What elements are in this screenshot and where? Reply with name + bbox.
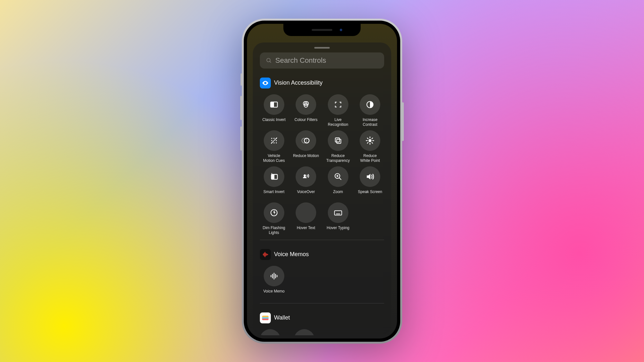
- reduce-transparency-icon: [334, 136, 342, 145]
- iphone-device-frame: Search Controls Vision Accessibility: [242, 19, 402, 344]
- dim-flashing-icon: [270, 209, 278, 217]
- svg-line-35: [339, 178, 341, 180]
- label-vehicle-motion-cues: Vehicle Motion Cues: [263, 153, 285, 163]
- control-wallet-peek-2[interactable]: [294, 329, 315, 335]
- control-reduce-white-point[interactable]: Reduce White Point: [356, 130, 384, 163]
- label-reduce-transparency: Reduce Transparency: [326, 153, 350, 163]
- section-divider: [260, 240, 384, 240]
- section-title-wallet: Wallet: [274, 314, 290, 321]
- svg-point-12: [271, 140, 272, 141]
- section-wallet: Wallet: [260, 312, 384, 335]
- label-reduce-white-point: Reduce White Point: [360, 153, 380, 163]
- control-vehicle-motion-cues[interactable]: Vehicle Motion Cues: [260, 130, 288, 163]
- label-hover-typing: Hover Typing: [327, 226, 349, 235]
- section-vision-accessibility: Vision Accessibility Classic Invert Colo…: [260, 78, 384, 240]
- label-increase-contrast: Increase Contrast: [363, 117, 377, 127]
- wallet-controls-partial: [260, 329, 384, 335]
- label-voice-memo: Voice Memo: [263, 289, 285, 299]
- control-classic-invert[interactable]: Classic Invert: [260, 94, 288, 127]
- label-reduce-motion: Reduce Motion: [293, 153, 319, 163]
- svg-rect-4: [270, 102, 274, 107]
- control-colour-filters[interactable]: Colour Filters: [292, 94, 320, 127]
- vision-controls-grid: Classic Invert Colour Filters Live Recog…: [260, 94, 384, 235]
- section-header-wallet: Wallet: [260, 312, 384, 323]
- wallet-app-icon: [260, 312, 271, 323]
- vehicle-motion-cues-icon: [270, 136, 279, 145]
- svg-line-30: [372, 138, 373, 138]
- control-voiceover[interactable]: VoiceOver: [292, 166, 320, 199]
- svg-line-1: [270, 61, 271, 62]
- label-live-recognition: Live Recognition: [328, 117, 348, 127]
- smart-invert-icon: [270, 172, 279, 181]
- label-zoom: Zoom: [333, 190, 343, 199]
- svg-point-0: [267, 58, 270, 62]
- svg-point-16: [276, 142, 277, 143]
- label-dim-flashing: Dim Flashing Lights: [263, 226, 285, 235]
- section-voice-memos: Voice Memos Voice Memo: [260, 249, 384, 303]
- svg-point-9: [271, 138, 272, 139]
- search-placeholder: Search Controls: [275, 56, 326, 65]
- reduce-motion-icon: [301, 136, 311, 145]
- control-zoom[interactable]: Zoom: [324, 166, 352, 199]
- section-header-vision: Vision Accessibility: [260, 78, 384, 88]
- classic-invert-icon: [270, 100, 279, 109]
- control-dim-flashing[interactable]: Dim Flashing Lights: [260, 202, 288, 235]
- svg-rect-21: [336, 139, 341, 143]
- svg-rect-20: [335, 138, 339, 142]
- svg-rect-32: [271, 174, 274, 179]
- section-title-memos: Voice Memos: [274, 251, 309, 258]
- svg-point-33: [304, 174, 306, 177]
- zoom-icon: [334, 172, 342, 181]
- svg-point-15: [273, 142, 274, 143]
- wallet-card-icon: [262, 316, 269, 320]
- svg-rect-39: [335, 210, 342, 215]
- notch: [283, 24, 361, 36]
- speak-screen-icon: [365, 172, 375, 181]
- svg-point-2: [265, 82, 266, 84]
- control-increase-contrast[interactable]: Increase Contrast: [356, 94, 384, 127]
- keyboard-icon: [333, 208, 343, 218]
- waveform-red-icon: [262, 251, 269, 258]
- front-camera: [339, 28, 343, 32]
- control-hover-typing[interactable]: Hover Typing: [324, 202, 352, 235]
- svg-point-10: [273, 138, 274, 139]
- label-hover-text: Hover Text: [297, 226, 315, 235]
- control-speak-screen[interactable]: Speak Screen: [356, 166, 384, 199]
- label-voiceover: VoiceOver: [297, 190, 315, 199]
- label-classic-invert: Classic Invert: [262, 117, 286, 127]
- control-hover-text[interactable]: Hover Text: [292, 202, 320, 235]
- screen: Search Controls Vision Accessibility: [247, 24, 397, 339]
- control-wallet-peek-1[interactable]: [260, 329, 280, 335]
- control-smart-invert[interactable]: Smart Invert: [260, 166, 288, 199]
- search-controls-field[interactable]: Search Controls: [260, 52, 384, 69]
- live-recognition-icon: [334, 100, 342, 109]
- earpiece-speaker: [312, 29, 332, 31]
- label-speak-screen: Speak Screen: [358, 190, 382, 199]
- waveform-icon: [270, 272, 279, 281]
- increase-contrast-icon: [366, 100, 374, 109]
- reduce-white-point-icon: [365, 136, 374, 145]
- label-smart-invert: Smart Invert: [263, 190, 284, 199]
- svg-line-28: [372, 142, 373, 143]
- search-icon: [266, 57, 272, 64]
- voiceover-icon: [301, 172, 310, 181]
- colour-filters-icon: [301, 100, 310, 109]
- sheet-grabber[interactable]: [314, 47, 330, 49]
- section-header-memos: Voice Memos: [260, 249, 384, 260]
- vision-accessibility-app-icon: [260, 78, 271, 88]
- controls-gallery-panel: Search Controls Vision Accessibility: [253, 42, 391, 335]
- control-reduce-transparency[interactable]: Reduce Transparency: [324, 130, 352, 163]
- control-live-recognition[interactable]: Live Recognition: [324, 94, 352, 127]
- label-colour-filters: Colour Filters: [295, 117, 317, 127]
- section-title-vision: Vision Accessibility: [274, 79, 323, 86]
- svg-point-22: [369, 139, 372, 142]
- control-reduce-motion[interactable]: Reduce Motion: [292, 130, 320, 163]
- control-voice-memo[interactable]: Voice Memo: [260, 266, 288, 299]
- svg-line-27: [367, 138, 368, 138]
- eye-icon: [262, 79, 269, 87]
- voice-memos-app-icon: [260, 249, 271, 260]
- svg-point-13: [276, 140, 277, 141]
- svg-line-29: [367, 142, 368, 143]
- section-divider: [260, 303, 384, 303]
